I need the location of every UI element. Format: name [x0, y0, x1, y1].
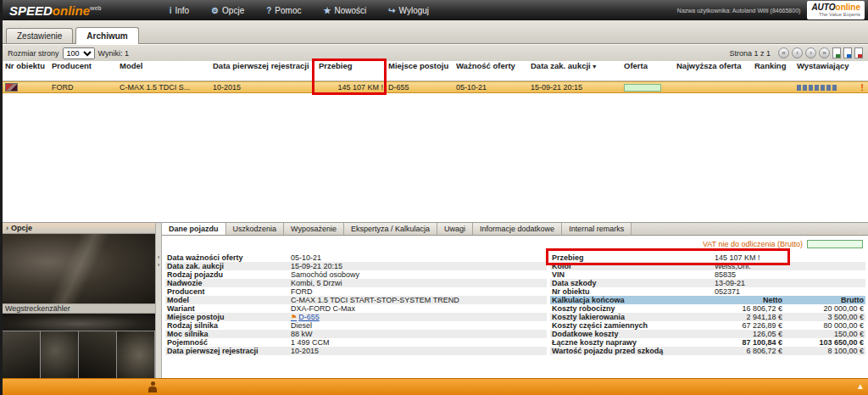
field-label: Data pierwszej rejestracji: [165, 347, 291, 355]
detail-row: Data szkody 13-09-21: [550, 279, 865, 287]
calc-rows: Koszty robocizny 16 806,72 € 20 000,00 €…: [550, 304, 865, 355]
column-header[interactable]: Data pierwszej rejestracji▼: [210, 61, 316, 81]
field-value: ⚑1 499 CCM: [291, 338, 547, 347]
info-icon[interactable]: i Info: [170, 6, 189, 15]
photo-thumbnail[interactable]: [117, 331, 155, 378]
logout-icon[interactable]: ↪ Wyloguj: [388, 6, 429, 15]
producer-cell: FORD: [49, 83, 117, 92]
field-value: 052371: [715, 287, 865, 296]
auction-end-cell: 15-09-21 20:15: [528, 83, 621, 92]
photo-thumbnail[interactable]: [41, 331, 79, 378]
vat-label: VAT nie do odliczenia (Brutto): [703, 240, 803, 248]
help-icon[interactable]: ? Pomoc: [266, 6, 301, 15]
panel-splitter[interactable]: › ›: [155, 222, 162, 378]
vat-input[interactable]: [807, 240, 863, 248]
field-value: Weiss,Uni.: [715, 262, 865, 270]
calc-label: Wartość pojazdu przed szkodą: [550, 347, 715, 355]
detail-row: Data zak. aukcji ⚑15-09-21 20:15: [165, 262, 547, 270]
calc-row: Wartość pojazdu przed szkodą 6 806,72 € …: [550, 347, 865, 355]
column-header[interactable]: Miejsce postoju▼: [386, 61, 453, 81]
top-bar-right: Nazwa użytkownika: Autoland Wilti (84665…: [677, 1, 865, 19]
page-size-select[interactable]: 100: [63, 47, 95, 59]
row-thumbnail-icon[interactable]: [5, 83, 18, 92]
right-field-rows: Przebieg 145 107 KM ! Kolor Weiss,Uni. V…: [550, 253, 865, 296]
calc-header-row: Kalkulacja końcowa Netto Brutto: [550, 296, 865, 304]
options-label: Opcje: [11, 224, 32, 232]
detail-tab[interactable]: Uszkodzenia: [226, 223, 285, 235]
column-header[interactable]: Ranking▼: [752, 61, 794, 81]
pagination-last-button[interactable]: »: [819, 47, 830, 58]
sort-arrow-icon: ▼: [592, 64, 598, 70]
photo-thumbnail[interactable]: [3, 331, 41, 378]
field-label: Wariant: [165, 304, 291, 313]
field-label: Nr obiektu: [550, 287, 715, 296]
field-label: Producent: [165, 287, 291, 296]
field-label: Pojemność: [165, 338, 291, 347]
field-value: 85835: [715, 270, 865, 279]
vat-row: VAT nie do odliczenia (Brutto): [703, 240, 863, 248]
detail-tab[interactable]: Informacje dodatkowe: [473, 223, 562, 235]
vehicle-photo[interactable]: [3, 234, 155, 303]
column-header[interactable]: Przebieg▼: [316, 61, 386, 81]
column-header[interactable]: Oferta▼: [621, 61, 674, 81]
news-icon[interactable]: ★ Nowości: [323, 6, 366, 15]
field-value: ⚑10-2015: [291, 347, 547, 355]
field-label: Kolor: [550, 262, 715, 270]
expand-arrow-icon[interactable]: ›: [6, 224, 8, 232]
odometer-photo[interactable]: [3, 314, 155, 331]
calc-label: Koszty robocizny: [550, 304, 715, 313]
field-label: Data ważności oferty: [165, 253, 291, 262]
pagination-first-button[interactable]: «: [778, 47, 789, 58]
detail-row: Nadwozie ⚑Kombi, 5 Drzwi: [165, 279, 547, 287]
detail-tab[interactable]: Wyposażenie: [284, 223, 344, 235]
calc-row: Koszty robocizny 16 806,72 € 20 000,00 €: [550, 304, 865, 313]
detail-panel: Dane pojazduUszkodzeniaWyposażenieEksper…: [162, 222, 868, 378]
column-header[interactable]: Ważność oferty▼: [453, 61, 528, 81]
detail-row: Miejsce postoju ⚑D-655: [165, 313, 547, 321]
export-pdf-icon[interactable]: [854, 47, 863, 58]
column-header[interactable]: Data zak. aukcji▼: [528, 61, 621, 81]
detail-tab[interactable]: Uwagi: [437, 223, 473, 235]
main-tab[interactable]: Zestawienie: [6, 28, 73, 43]
pagination-next-button[interactable]: ›: [805, 47, 816, 58]
detail-row: Kolor Weiss,Uni.: [550, 262, 865, 270]
field-value: ⚑C-MAX 1.5 TDCI START-STOP-SYSTEM TREND: [291, 296, 547, 304]
field-label: VIN: [550, 270, 715, 279]
field-value: ⚑D-655: [291, 313, 547, 322]
detail-tab[interactable]: Internal remarks: [562, 223, 632, 235]
field-value: ⚑Kombi, 5 Drzwi: [291, 279, 547, 287]
photo-thumbnail[interactable]: [79, 331, 117, 378]
calc-brutto-value: 3 500,00 €: [782, 313, 865, 321]
autoonline-logo: AUTOonline The Value Experts: [807, 1, 865, 19]
detail-tab[interactable]: Ekspertyza / Kalkulacja: [344, 223, 437, 235]
speedonline-app: SPEEDonlineweb i Info ⚙ Opcje ? Pomoc ★ …: [0, 0, 868, 395]
calc-brutto-value: 20 000,00 €: [782, 304, 865, 313]
export-excel-icon[interactable]: [832, 47, 841, 58]
export-csv-icon[interactable]: [843, 47, 852, 58]
pagination-prev-button[interactable]: ‹: [792, 47, 803, 58]
column-header[interactable]: Producent▼: [49, 61, 117, 81]
detail-row: Nr obiektu 052371: [550, 287, 865, 296]
field-label: Data zak. aukcji: [165, 262, 291, 270]
calc-netto-value: 6 806,72 €: [715, 347, 782, 355]
column-header[interactable]: Najwyższa oferta▼: [674, 61, 752, 81]
result-row[interactable]: FORD C-MAX 1.5 TDCI S... 10-2015 145 107…: [3, 81, 868, 93]
options-bar[interactable]: › Opcje: [3, 223, 155, 234]
column-header[interactable]: Wystawiający▼: [794, 61, 854, 81]
location-cell: D-655: [386, 83, 453, 92]
splitter-arrow-icon[interactable]: ›: [156, 261, 161, 269]
toolbar-right: Strona 1 z 1 «‹›»: [729, 47, 863, 58]
column-header[interactable]: Nr obiektu▼: [3, 61, 49, 81]
footer-help-icon[interactable]: ▲: [856, 381, 865, 391]
calc-netto-value: 2 941,18 €: [715, 313, 782, 321]
field-label: Rodzaj pojazdu: [165, 270, 291, 279]
detail-tab[interactable]: Dane pojazdu: [162, 223, 226, 235]
offer-field[interactable]: [624, 84, 661, 92]
options-icon[interactable]: ⚙ Opcje: [211, 6, 244, 15]
splitter-arrow-icon[interactable]: ›: [156, 253, 161, 261]
main-tab[interactable]: Archiwum: [75, 27, 138, 44]
calc-label: Koszty części zamiennych: [550, 321, 715, 330]
column-header[interactable]: Model▼: [117, 61, 210, 81]
page-size-label: Rozmiar strony: [8, 49, 59, 58]
field-label: Moc silnika: [165, 330, 291, 338]
